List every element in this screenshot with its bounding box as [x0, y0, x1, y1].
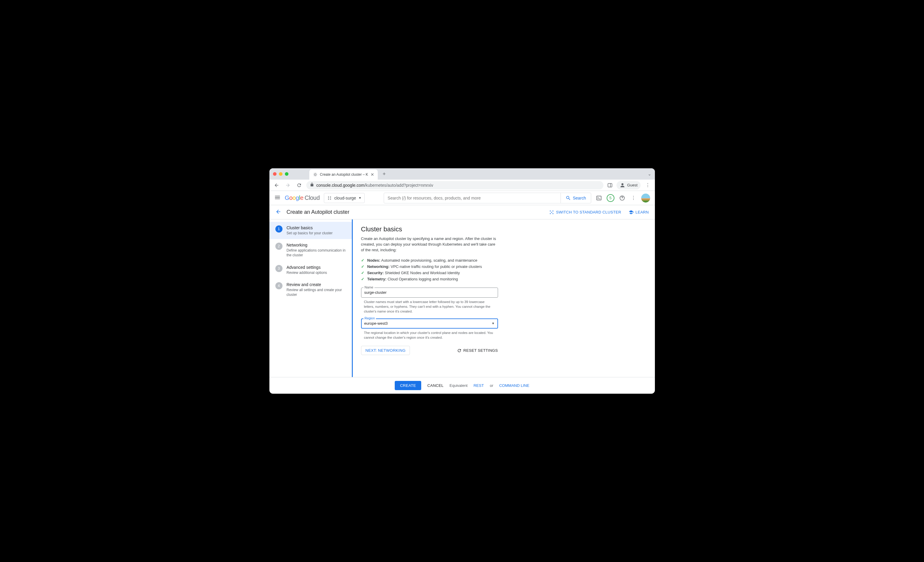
dropdown-arrow-icon: ▼ [492, 322, 495, 325]
step-cluster-basics[interactable]: 1 Cluster basics Set up basics for your … [269, 222, 352, 239]
svg-point-12 [550, 213, 551, 214]
name-field-container: Name [361, 287, 498, 297]
reload-button[interactable] [295, 181, 303, 190]
svg-point-13 [552, 213, 554, 214]
learn-button[interactable]: LEARN [628, 210, 649, 215]
switch-standard-button[interactable]: SWITCH TO STANDARD CLUSTER [549, 210, 621, 215]
feature-item-telemetry: ✓Telemetry: Cloud Operations logging and… [361, 276, 646, 282]
create-button[interactable]: CREATE [395, 381, 422, 390]
next-networking-button[interactable]: NEXT: NETWORKING [361, 346, 410, 355]
svg-point-14 [551, 212, 552, 212]
search-button[interactable]: Search [561, 193, 591, 203]
step-advanced-settings[interactable]: 3 Advanced settings Review additional op… [269, 262, 352, 279]
svg-point-0 [314, 173, 316, 175]
command-line-link[interactable]: COMMAND LINE [499, 383, 529, 388]
project-name: cloud-surge [334, 196, 356, 200]
svg-rect-8 [597, 196, 601, 200]
url-field[interactable]: console.cloud.google.com/kubernetes/auto… [306, 181, 603, 190]
help-icon[interactable] [619, 194, 626, 202]
check-icon: ✓ [361, 258, 364, 263]
gcp-logo[interactable]: GoogleCloud [285, 194, 320, 201]
check-icon: ✓ [361, 277, 364, 281]
equivalent-label: Equivalent [450, 383, 468, 388]
region-label: Region [363, 316, 376, 320]
panel-toggle-icon[interactable] [606, 182, 614, 189]
svg-point-5 [330, 197, 331, 197]
main-panel: Cluster basics Create an Autopilot clust… [352, 220, 655, 377]
gcp-search: Search [384, 193, 591, 203]
cancel-button[interactable]: CANCEL [427, 383, 444, 388]
rest-link[interactable]: REST [474, 383, 484, 388]
browser-menu-icon[interactable]: ⋮ [644, 182, 652, 188]
browser-tab[interactable]: Create an Autopilot cluster – K ✕ [309, 169, 378, 179]
window-fullscreen-button[interactable] [285, 172, 288, 176]
url-text: console.cloud.google.com/kubernetes/auto… [316, 183, 434, 188]
region-helper-text: The regional location in which your clus… [364, 330, 495, 340]
forward-button[interactable] [284, 181, 292, 190]
cluster-name-input[interactable] [361, 287, 498, 297]
section-description: Create an Autopilot cluster by specifyin… [361, 236, 498, 253]
svg-point-3 [621, 183, 623, 185]
step-review-create[interactable]: 4 Review and create Review all settings … [269, 279, 352, 300]
tab-list-chevron-icon[interactable]: ⌄ [648, 172, 651, 176]
page-back-button[interactable] [275, 209, 281, 216]
page-footer: CREATE CANCEL Equivalent REST or COMMAND… [269, 377, 655, 394]
svg-point-7 [330, 198, 331, 199]
or-label: or [490, 383, 493, 388]
profile-label: Guest [627, 183, 638, 187]
region-select[interactable]: europe-west3 ▼ [361, 318, 498, 329]
cloud-shell-icon[interactable] [596, 194, 603, 202]
check-icon: ✓ [361, 265, 364, 269]
tab-title: Create an Autopilot cluster – K [320, 172, 368, 176]
feature-item-networking: ✓Networking: VPC-native traffic routing … [361, 263, 646, 270]
name-label: Name [363, 285, 375, 289]
new-tab-button[interactable]: + [380, 170, 388, 178]
search-input[interactable] [384, 196, 561, 200]
region-value: europe-west3 [364, 321, 388, 326]
section-heading: Cluster basics [361, 226, 646, 233]
gcp-topbar: GoogleCloud cloud-surge ▼ Search 5 ⋮ [269, 191, 655, 205]
browser-toolbar: console.cloud.google.com/kubernetes/auto… [269, 179, 655, 191]
nav-menu-icon[interactable] [274, 194, 281, 202]
more-options-icon[interactable]: ⋮ [630, 194, 637, 202]
tab-close-icon[interactable]: ✕ [370, 172, 374, 177]
browser-tab-strip: Create an Autopilot cluster – K ✕ + ⌄ [269, 168, 655, 179]
project-selector[interactable]: cloud-surge ▼ [324, 193, 364, 203]
window-minimize-button[interactable] [279, 172, 282, 176]
svg-point-4 [328, 197, 329, 197]
account-avatar[interactable] [641, 194, 650, 202]
free-trial-badge[interactable]: 5 [607, 194, 614, 202]
dropdown-arrow-icon: ▼ [358, 196, 362, 200]
back-button[interactable] [272, 181, 281, 190]
feature-list: ✓Nodes: Automated node provisioning, sca… [361, 257, 646, 282]
svg-rect-1 [608, 184, 612, 187]
stepper-sidebar: 1 Cluster basics Set up basics for your … [269, 220, 352, 377]
name-helper-text: Cluster names must start with a lowercas… [364, 299, 495, 314]
svg-point-11 [552, 211, 554, 211]
lock-icon [310, 182, 314, 188]
svg-point-10 [550, 211, 551, 211]
tab-favicon [313, 172, 318, 177]
feature-item-nodes: ✓Nodes: Automated node provisioning, sca… [361, 257, 646, 263]
page-title: Create an Autopilot cluster [286, 209, 350, 215]
step-networking[interactable]: 2 Networking Define applications communi… [269, 239, 352, 261]
profile-chip[interactable]: Guest [616, 181, 640, 190]
svg-point-6 [328, 198, 329, 199]
page-header: Create an Autopilot cluster SWITCH TO ST… [269, 205, 655, 220]
window-close-button[interactable] [273, 172, 276, 176]
check-icon: ✓ [361, 271, 364, 275]
reset-settings-button[interactable]: RESET SETTINGS [457, 348, 498, 353]
feature-item-security: ✓Security: Shielded GKE Nodes and Worklo… [361, 270, 646, 276]
region-field-container: Region europe-west3 ▼ [361, 318, 498, 329]
